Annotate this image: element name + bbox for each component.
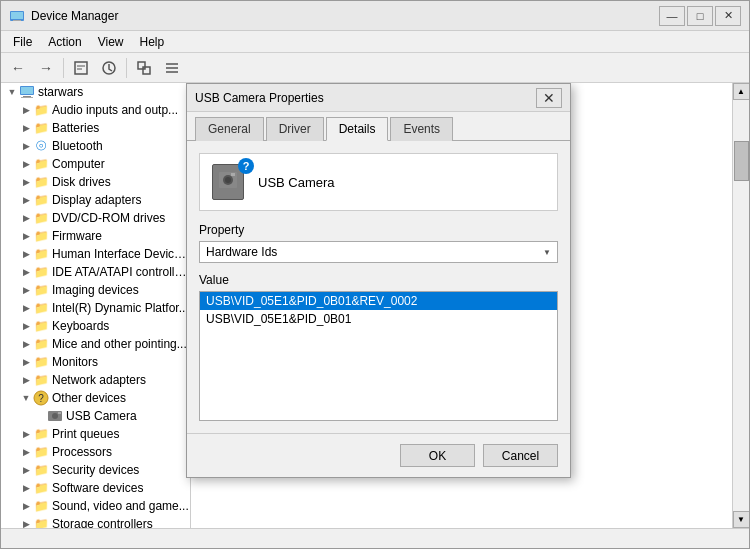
tree-label-display: Display adapters (52, 193, 141, 207)
tab-details[interactable]: Details (326, 117, 389, 141)
expand-icon-display: ▶ (19, 193, 33, 207)
scroll-up-arrow[interactable]: ▲ (733, 83, 750, 100)
tree-item-bluetooth[interactable]: ▶ ⦾ Bluetooth (1, 137, 190, 155)
folder-icon-firmware: 📁 (33, 228, 49, 244)
device-icon-area: ? (208, 162, 248, 202)
device-name: USB Camera (258, 175, 335, 190)
property-dropdown[interactable]: Hardware Ids ▼ (199, 241, 558, 263)
minimize-button[interactable]: — (659, 6, 685, 26)
tree-item-hid[interactable]: ▶ 📁 Human Interface Device... (1, 245, 190, 263)
title-bar: Device Manager — □ ✕ (1, 1, 749, 31)
close-button[interactable]: ✕ (715, 6, 741, 26)
tree-item-other[interactable]: ▼ ? Other devices (1, 389, 190, 407)
dialog-title-bar: USB Camera Properties ✕ (187, 84, 570, 112)
menu-view[interactable]: View (90, 33, 132, 51)
tree-item-print[interactable]: ▶ 📁 Print queues (1, 425, 190, 443)
properties-button[interactable] (68, 56, 94, 80)
svg-rect-2 (13, 20, 21, 21)
tree-item-diskdrives[interactable]: ▶ 📁 Disk drives (1, 173, 190, 191)
value-list-item-1[interactable]: USB\VID_05E1&PID_0B01&REV_0002 (200, 292, 557, 310)
scan-button[interactable] (131, 56, 157, 80)
question-badge: ? (238, 158, 254, 174)
tree-panel: ▼ starwars ▶ 📁 Audio inputs and outp... … (1, 83, 191, 528)
folder-icon-ide: 📁 (33, 264, 49, 280)
expand-icon-hid: ▶ (19, 247, 33, 261)
other-devices-icon: ? (33, 390, 49, 406)
expand-icon-usbcam (33, 409, 47, 423)
expand-icon-intel: ▶ (19, 301, 33, 315)
tree-item-display[interactable]: ▶ 📁 Display adapters (1, 191, 190, 209)
tree-item-batteries[interactable]: ▶ 📁 Batteries (1, 119, 190, 137)
tree-item-intel[interactable]: ▶ 📁 Intel(R) Dynamic Platfor... (1, 299, 190, 317)
svg-point-23 (225, 177, 231, 183)
tree-item-mice[interactable]: ▶ 📁 Mice and other pointing... (1, 335, 190, 353)
cancel-button[interactable]: Cancel (483, 444, 558, 467)
dialog-close-button[interactable]: ✕ (536, 88, 562, 108)
tree-label-storage: Storage controllers (52, 517, 153, 528)
tree-label-bluetooth: Bluetooth (52, 139, 103, 153)
expand-icon-batteries: ▶ (19, 121, 33, 135)
toolbar: ← → (1, 53, 749, 83)
expand-icon-monitors: ▶ (19, 355, 33, 369)
tree-item-monitors[interactable]: ▶ 📁 Monitors (1, 353, 190, 371)
back-button[interactable]: ← (5, 56, 31, 80)
usb-camera-dialog: USB Camera Properties ✕ General Driver D… (186, 83, 571, 478)
tree-item-security[interactable]: ▶ 📁 Security devices (1, 461, 190, 479)
expand-icon-security: ▶ (19, 463, 33, 477)
app-icon (9, 8, 25, 24)
tree-item-software[interactable]: ▶ 📁 Software devices (1, 479, 190, 497)
tree-label-imaging: Imaging devices (52, 283, 139, 297)
expand-icon-other: ▼ (19, 391, 33, 405)
tree-item-sound[interactable]: ▶ 📁 Sound, video and game... (1, 497, 190, 515)
svg-rect-20 (58, 412, 61, 414)
tree-label-dvd: DVD/CD-ROM drives (52, 211, 165, 225)
tree-item-ide[interactable]: ▶ 📁 IDE ATA/ATAPI controlle... (1, 263, 190, 281)
dialog-title-text: USB Camera Properties (195, 91, 536, 105)
svg-rect-1 (11, 12, 23, 19)
property-label: Property (199, 223, 558, 237)
menu-action[interactable]: Action (40, 33, 89, 51)
tree-item-network[interactable]: ▶ 📁 Network adapters (1, 371, 190, 389)
expand-icon-computer: ▶ (19, 157, 33, 171)
scroll-down-arrow[interactable]: ▼ (733, 511, 750, 528)
menu-help[interactable]: Help (132, 33, 173, 51)
update-driver-button[interactable] (96, 56, 122, 80)
ok-button[interactable]: OK (400, 444, 475, 467)
tree-item-processors[interactable]: ▶ 📁 Processors (1, 443, 190, 461)
tree-item-imaging[interactable]: ▶ 📁 Imaging devices (1, 281, 190, 299)
svg-rect-8 (143, 67, 150, 74)
tab-events[interactable]: Events (390, 117, 453, 141)
computer-icon (19, 84, 35, 100)
tree-item-keyboards[interactable]: ▶ 📁 Keyboards (1, 317, 190, 335)
folder-icon-storage: 📁 (33, 516, 49, 528)
folder-icon-computer: 📁 (33, 156, 49, 172)
tree-item-storage[interactable]: ▶ 📁 Storage controllers (1, 515, 190, 528)
tree-item-usbcam[interactable]: USB Camera (1, 407, 190, 425)
tree-item-audio[interactable]: ▶ 📁 Audio inputs and outp... (1, 101, 190, 119)
tab-driver[interactable]: Driver (266, 117, 324, 141)
toolbar-divider-2 (126, 58, 127, 78)
tree-item-dvd[interactable]: ▶ 📁 DVD/CD-ROM drives (1, 209, 190, 227)
tree-item-root[interactable]: ▼ starwars (1, 83, 190, 101)
menu-bar: File Action View Help (1, 31, 749, 53)
svg-rect-14 (23, 96, 31, 97)
tab-bar: General Driver Details Events (187, 112, 570, 141)
maximize-button[interactable]: □ (687, 6, 713, 26)
expand-icon-ide: ▶ (19, 265, 33, 279)
folder-icon-mice: 📁 (33, 336, 49, 352)
forward-button[interactable]: → (33, 56, 59, 80)
expand-icon-bluetooth: ▶ (19, 139, 33, 153)
menu-file[interactable]: File (5, 33, 40, 51)
tab-general[interactable]: General (195, 117, 264, 141)
tree-item-computer[interactable]: ▶ 📁 Computer (1, 155, 190, 173)
display-button[interactable] (159, 56, 185, 80)
svg-rect-7 (138, 62, 145, 69)
value-list-item-2[interactable]: USB\VID_05E1&PID_0B01 (200, 310, 557, 328)
tree-item-firmware[interactable]: ▶ 📁 Firmware (1, 227, 190, 245)
property-dropdown-value: Hardware Ids (206, 245, 277, 259)
scroll-track[interactable] (733, 100, 750, 511)
tree-label-print: Print queues (52, 427, 119, 441)
right-scrollbar[interactable]: ▲ ▼ (732, 83, 749, 528)
folder-icon-keyboards: 📁 (33, 318, 49, 334)
scroll-thumb[interactable] (734, 141, 749, 181)
